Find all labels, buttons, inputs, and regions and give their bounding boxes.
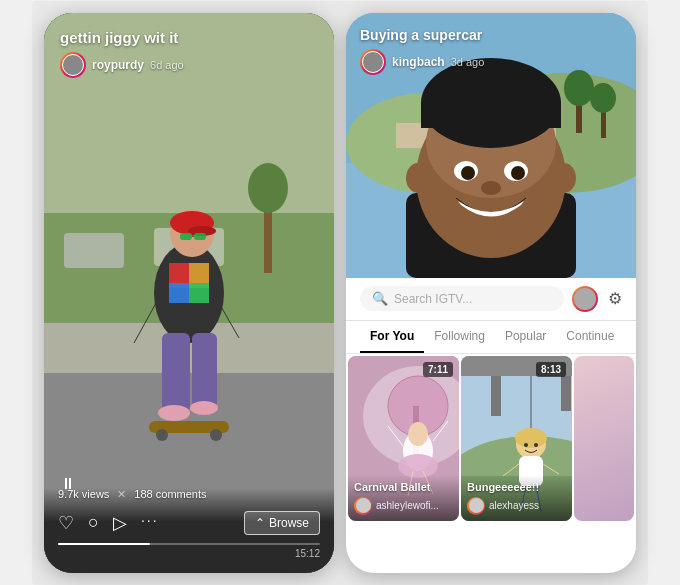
profile-icon[interactable] bbox=[572, 286, 598, 312]
thumb2-avatar-ring bbox=[467, 497, 485, 515]
svg-point-49 bbox=[406, 163, 430, 193]
progress-track[interactable] bbox=[58, 543, 320, 545]
left-user-row: roypurdy 6d ago bbox=[60, 52, 318, 78]
thumb2-duration: 8:13 bbox=[536, 362, 566, 377]
left-video-title: gettin jiggy wit it bbox=[60, 29, 318, 46]
left-video-bottom: 9.7k views ✕ 188 comments ♡ ○ ▷ ··· ⌃ Br… bbox=[44, 488, 334, 573]
right-avatar bbox=[362, 51, 384, 73]
thumb2-label: Bungeeeeee!! alexhayess bbox=[461, 475, 572, 521]
settings-icon[interactable]: ⚙ bbox=[608, 289, 622, 308]
browse-button[interactable]: ⌃ Browse bbox=[244, 511, 320, 535]
tabs-row: For You Following Popular Continue bbox=[346, 321, 636, 354]
browse-chevron-icon: ⌃ bbox=[255, 516, 265, 530]
right-phone: Buying a supercar kingbach 3d ago 🔍 Sear… bbox=[346, 13, 636, 573]
browse-label: Browse bbox=[269, 516, 309, 530]
svg-rect-43 bbox=[421, 103, 561, 128]
left-username[interactable]: roypurdy bbox=[92, 58, 144, 72]
left-time-ago: 6d ago bbox=[150, 59, 184, 71]
profile-avatar bbox=[574, 288, 596, 310]
separator: ✕ bbox=[117, 488, 126, 501]
svg-rect-67 bbox=[561, 376, 571, 411]
right-video-header: Buying a supercar kingbach 3d ago bbox=[360, 27, 622, 75]
svg-point-25 bbox=[210, 429, 222, 441]
svg-point-46 bbox=[461, 166, 475, 180]
comment-icon[interactable]: ○ bbox=[88, 512, 99, 534]
svg-point-56 bbox=[408, 422, 428, 446]
stats-row: 9.7k views ✕ 188 comments bbox=[58, 488, 320, 501]
videos-grid: 7:11 Carnival Ballet ashleylewofi... bbox=[346, 354, 636, 523]
header-icons: ⚙ bbox=[572, 286, 622, 312]
video-thumb-2[interactable]: 8:13 Bungeeeeee!! alexhayess bbox=[461, 356, 572, 521]
thumb2-title: Bungeeeeee!! bbox=[467, 481, 566, 493]
thumb1-user-row: ashleylewofi... bbox=[354, 497, 453, 515]
comments-count: 188 comments bbox=[134, 488, 206, 500]
thumb2-username: alexhayess bbox=[489, 500, 539, 511]
left-video-header: gettin jiggy wit it roypurdy 6d ago bbox=[60, 29, 318, 78]
progress-fill bbox=[58, 543, 150, 545]
progress-container: 15:12 bbox=[58, 543, 320, 559]
right-time-ago: 3d ago bbox=[451, 56, 485, 68]
thumb1-duration: 7:11 bbox=[423, 362, 453, 377]
app-container: gettin jiggy wit it roypurdy 6d ago 9.7k… bbox=[32, 1, 648, 585]
tab-continue[interactable]: Continue bbox=[556, 321, 624, 353]
thumb1-avatar bbox=[356, 498, 371, 513]
right-user-row: kingbach 3d ago bbox=[360, 49, 622, 75]
svg-point-35 bbox=[590, 83, 616, 113]
thumb2-avatar bbox=[469, 498, 484, 513]
video-thumb-3[interactable] bbox=[574, 356, 634, 521]
like-icon[interactable]: ♡ bbox=[58, 512, 74, 534]
svg-point-21 bbox=[158, 405, 190, 421]
svg-point-7 bbox=[248, 163, 288, 213]
search-placeholder: Search IGTV... bbox=[394, 292, 472, 306]
svg-point-50 bbox=[552, 163, 576, 193]
thumb1-label: Carnival Ballet ashleylewofi... bbox=[348, 475, 459, 521]
svg-rect-19 bbox=[162, 333, 190, 413]
svg-point-72 bbox=[534, 443, 538, 447]
right-top-video[interactable]: Buying a supercar kingbach 3d ago bbox=[346, 13, 636, 278]
svg-point-48 bbox=[481, 181, 501, 195]
right-video-title: Buying a supercar bbox=[360, 27, 622, 43]
tab-following[interactable]: Following bbox=[424, 321, 495, 353]
svg-point-47 bbox=[511, 166, 525, 180]
action-icons-group: ♡ ○ ▷ ··· bbox=[58, 512, 244, 534]
left-avatar-ring bbox=[60, 52, 86, 78]
svg-point-33 bbox=[564, 70, 594, 106]
thumb1-username: ashleylewofi... bbox=[376, 500, 439, 511]
video-duration: 15:12 bbox=[295, 548, 320, 559]
more-options-icon[interactable]: ··· bbox=[141, 512, 159, 534]
pause-icon: ⏸ bbox=[60, 475, 76, 492]
video-thumb-1[interactable]: 7:11 Carnival Ballet ashleylewofi... bbox=[348, 356, 459, 521]
svg-rect-20 bbox=[192, 333, 217, 408]
svg-rect-11 bbox=[169, 283, 189, 303]
share-icon[interactable]: ▷ bbox=[113, 512, 127, 534]
thumb2-user-row: alexhayess bbox=[467, 497, 566, 515]
svg-rect-16 bbox=[180, 233, 192, 240]
left-avatar bbox=[62, 54, 84, 76]
search-input-area[interactable]: 🔍 Search IGTV... bbox=[360, 286, 564, 311]
search-icon: 🔍 bbox=[372, 291, 388, 306]
tab-popular[interactable]: Popular bbox=[495, 321, 556, 353]
svg-point-24 bbox=[156, 429, 168, 441]
svg-point-71 bbox=[524, 443, 528, 447]
svg-rect-4 bbox=[64, 233, 124, 268]
left-phone: gettin jiggy wit it roypurdy 6d ago 9.7k… bbox=[44, 13, 334, 573]
right-username[interactable]: kingbach bbox=[392, 55, 445, 69]
svg-rect-12 bbox=[189, 283, 209, 303]
thumb1-avatar-ring bbox=[354, 497, 372, 515]
svg-rect-17 bbox=[194, 233, 206, 240]
svg-point-22 bbox=[190, 401, 218, 415]
progress-time-row: 15:12 bbox=[58, 548, 320, 559]
pause-button[interactable]: ⏸ bbox=[60, 475, 76, 493]
tab-for-you[interactable]: For You bbox=[360, 321, 424, 353]
actions-row: ♡ ○ ▷ ··· ⌃ Browse bbox=[58, 511, 320, 535]
svg-rect-66 bbox=[491, 376, 501, 416]
search-bar: 🔍 Search IGTV... ⚙ bbox=[346, 278, 636, 321]
thumb1-title: Carnival Ballet bbox=[354, 481, 453, 493]
right-avatar-ring bbox=[360, 49, 386, 75]
svg-point-70 bbox=[515, 428, 547, 448]
